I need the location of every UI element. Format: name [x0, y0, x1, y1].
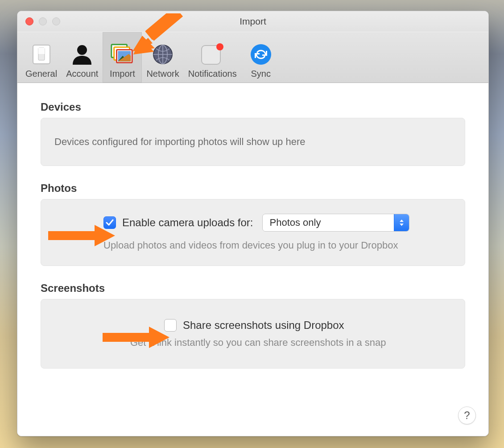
tab-account[interactable]: Account [62, 32, 103, 83]
tab-network[interactable]: Network [142, 32, 183, 83]
notification-badge-icon [200, 42, 225, 67]
chevron-updown-icon [394, 214, 409, 231]
devices-heading: Devices [41, 101, 465, 113]
zoom-button[interactable] [52, 17, 60, 25]
content-pane: Devices Devices configured for importing… [17, 83, 488, 436]
globe-icon [150, 42, 175, 67]
minimize-button[interactable] [39, 17, 47, 25]
switch-icon [29, 42, 54, 67]
svg-point-3 [77, 45, 87, 55]
person-icon [70, 42, 95, 67]
camera-uploads-checkbox[interactable] [103, 216, 116, 229]
svg-point-13 [251, 44, 271, 65]
share-screenshots-checkbox[interactable] [164, 319, 177, 332]
tab-label: Notifications [188, 69, 237, 79]
tab-notifications[interactable]: Notifications [184, 32, 241, 83]
question-mark-icon: ? [464, 409, 470, 422]
tab-label: Import [110, 69, 135, 79]
window-controls [25, 17, 60, 25]
preferences-toolbar: General Account [17, 32, 488, 83]
tab-sync[interactable]: Sync [241, 32, 281, 83]
close-button[interactable] [25, 17, 33, 25]
camera-uploads-select[interactable]: Photos only [262, 214, 409, 232]
screenshots-heading: Screenshots [41, 282, 465, 295]
svg-rect-2 [38, 48, 45, 54]
devices-placeholder: Devices configured for importing photos … [54, 136, 306, 147]
preferences-window: Import General Account [17, 11, 489, 436]
screenshots-help-text: Get a link instantly so you can share sc… [54, 337, 451, 348]
select-value: Photos only [263, 217, 394, 228]
svg-point-12 [216, 43, 223, 50]
photos-panel: Enable camera uploads for: Photos only U… [41, 199, 465, 266]
screenshots-panel: Share screenshots using Dropbox Get a li… [41, 299, 465, 369]
sync-icon [248, 42, 273, 67]
tab-label: General [25, 69, 57, 79]
photos-help-text: Upload photos and videos from devices yo… [103, 240, 451, 251]
tab-label: Network [146, 69, 179, 79]
tab-import[interactable]: Import [103, 32, 142, 83]
titlebar: Import [17, 11, 488, 32]
devices-panel: Devices configured for importing photos … [41, 118, 465, 166]
help-button[interactable]: ? [458, 407, 476, 424]
share-screenshots-label: Share screenshots using Dropbox [183, 319, 344, 332]
tab-label: Account [66, 69, 98, 79]
tab-label: Sync [251, 69, 270, 79]
camera-uploads-label: Enable camera uploads for: [122, 216, 253, 229]
photos-heading: Photos [41, 182, 465, 195]
photos-stack-icon [110, 42, 135, 67]
window-title: Import [17, 16, 488, 27]
tab-general[interactable]: General [21, 32, 62, 83]
